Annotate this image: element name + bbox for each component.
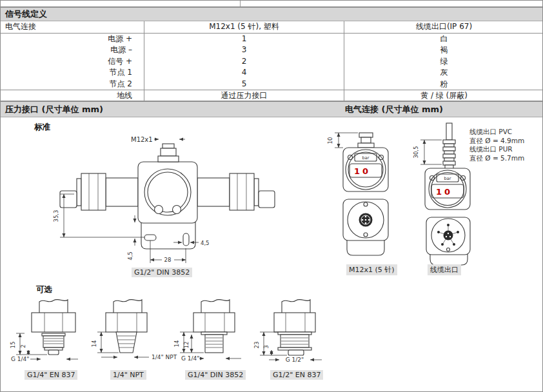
- fitting-label: 1/4" NPT: [110, 370, 146, 380]
- svg-text:30,5: 30,5: [413, 146, 419, 159]
- svg-text:3: 3: [263, 345, 270, 348]
- fitting-label: G1/4" EN 837: [25, 370, 77, 380]
- cable: [443, 123, 455, 169]
- table-row: 电气连接 M12x1 (5 针), 塑料 线缆出口(IP 67): [1, 21, 543, 34]
- svg-text:M12x1: M12x1: [131, 136, 153, 143]
- svg-text:G 1/2": G 1/2": [286, 357, 304, 363]
- pin-name: 节点 1: [1, 67, 144, 78]
- m12-connector-top: [158, 144, 179, 162]
- m12-version-label: M12x1 (5 针): [346, 264, 397, 275]
- section-title-electrical: 电气连接 (尺寸单位 mm): [345, 102, 443, 117]
- svg-text:12: 12: [183, 342, 190, 349]
- svg-text:14: 14: [173, 340, 180, 348]
- pin-number: 2: [144, 56, 344, 67]
- svg-text:G 1/4": G 1/4": [181, 355, 199, 362]
- pin-number: 1: [144, 34, 344, 44]
- table-row: 电源 + 电源 – 信号 + 节点 1 节点 2 1 3 2 4 5 白 褐 绿…: [1, 34, 543, 90]
- pin-name: 信号 +: [1, 56, 144, 67]
- standard-pressure-port-drawing: M12x1: [52, 128, 275, 281]
- pin-name: 电源 +: [1, 34, 144, 44]
- wire-color: 粉: [344, 79, 543, 90]
- m12-dimension: M12x1: [131, 136, 185, 143]
- front-view: bar 10: [343, 148, 388, 191]
- right-fitting: [197, 173, 275, 210]
- dimension-28: 28: [150, 240, 186, 263]
- dimension-14: 14: [91, 332, 119, 353]
- svg-text:bar: bar: [444, 176, 451, 181]
- pin-name: 电源 –: [1, 44, 144, 55]
- dimension-30-5: 30,5: [413, 140, 442, 164]
- left-fitting: [60, 173, 138, 210]
- back-view: [426, 217, 470, 265]
- note-line: 直径 Ø = 4.9mm: [469, 137, 542, 146]
- back-view: [343, 199, 388, 255]
- dimension-3: 3: [263, 345, 272, 355]
- section-title-pressure: 压力接口 (尺寸单位 mm): [5, 102, 103, 117]
- m12-socket: [359, 213, 373, 227]
- pin-number: 5: [144, 79, 344, 90]
- note-line: 直径 Ø = 5.7mm: [469, 154, 542, 163]
- thread-callout: G 1/4": [11, 356, 78, 362]
- button-left: [155, 206, 163, 214]
- svg-text:10: 10: [354, 166, 371, 176]
- dimension-12: 12: [183, 335, 192, 353]
- wire-color: 白: [344, 34, 543, 44]
- pin-number: 4: [144, 67, 344, 78]
- svg-text:2: 2: [20, 344, 26, 348]
- cable-version-label: 线缆出口: [428, 264, 461, 275]
- dimension-2: 2: [20, 344, 28, 355]
- fitting-g12-en837-drawing: 23 3 G 1/2": [253, 296, 350, 368]
- wire-color: 褐: [344, 44, 543, 55]
- svg-text:35,3: 35,3: [53, 210, 59, 222]
- svg-text:4,5: 4,5: [201, 240, 210, 246]
- pin-number: 3: [144, 44, 344, 55]
- svg-text:4,5: 4,5: [127, 251, 133, 260]
- standard-group-label: 标准: [34, 122, 50, 133]
- wire-colors-column: 白 褐 绿 灰 粉: [344, 34, 543, 90]
- m12-connector-top: [358, 133, 374, 148]
- pin-names-column: 电源 + 电源 – 信号 + 节点 1 节点 2: [1, 34, 144, 90]
- signal-table-title: 信号线定义: [5, 9, 47, 19]
- wire-color: 灰: [344, 67, 543, 78]
- fitting-g14-en837-drawing: 15 2 G 1/4": [7, 296, 91, 368]
- thread-callout: G 1/4": [181, 355, 241, 362]
- fitting-label: G1/4" DIN 3852: [185, 370, 246, 380]
- svg-text:10: 10: [327, 137, 333, 144]
- note-line: 线缆出口 PVC: [469, 128, 542, 137]
- sensor-body: [138, 162, 197, 223]
- column-divider: [240, 1, 241, 6]
- pin-name: 节点 2: [1, 79, 144, 90]
- optional-group-label: 可选: [36, 284, 52, 295]
- section-header-bar: 压力接口 (尺寸单位 mm) 电气连接 (尺寸单位 mm): [1, 101, 542, 117]
- wire-color: 绿: [344, 56, 543, 67]
- svg-text:14: 14: [91, 340, 97, 348]
- svg-text:G 1/4": G 1/4": [11, 356, 29, 362]
- header-cable-outlet: 线缆出口(IP 67): [344, 21, 543, 33]
- svg-text:bar: bar: [362, 155, 370, 161]
- svg-text:28: 28: [164, 257, 172, 263]
- signal-wire-table: 电气连接 M12x1 (5 针), 塑料 线缆出口(IP 67) 电源 + 电源…: [1, 21, 543, 103]
- m12-version-drawing: 10 bar 10: [326, 123, 400, 270]
- dimension-4-5-vertical: 4,5: [127, 215, 135, 260]
- header-connection: 电气连接: [1, 21, 144, 33]
- top-table-remnant: [1, 1, 542, 6]
- front-view: bar 10: [425, 168, 470, 210]
- header-m12-plastic: M12x1 (5 针), 塑料: [144, 21, 344, 33]
- dimension-4-5-horizontal: 4,5: [173, 240, 210, 246]
- thread-callout: G 1/2": [269, 357, 322, 363]
- cable-outlet-notes: 线缆出口 PVC 直径 Ø = 4.9mm 线缆出口 PUR 直径 Ø = 5.…: [469, 128, 542, 162]
- svg-text:23: 23: [253, 342, 260, 349]
- port-thread-label: G1/2" DIN 3852: [132, 268, 192, 277]
- dimension-10: 10: [327, 133, 358, 148]
- pin-numbers-column: 1 3 2 4 5: [144, 34, 344, 90]
- signal-table-title-bar: 信号线定义: [1, 6, 542, 21]
- button-right: [173, 206, 181, 214]
- fitting-label: G1/2" EN 837: [270, 370, 323, 380]
- svg-text:15: 15: [10, 342, 16, 349]
- note-line: 线缆出口 PUR: [469, 145, 542, 154]
- svg-text:10: 10: [436, 187, 453, 197]
- thread-callout: 1/4" NPT: [101, 354, 177, 360]
- datasheet-page: 信号线定义 电气连接 M12x1 (5 针), 塑料 线缆出口(IP 67) 电…: [0, 0, 543, 392]
